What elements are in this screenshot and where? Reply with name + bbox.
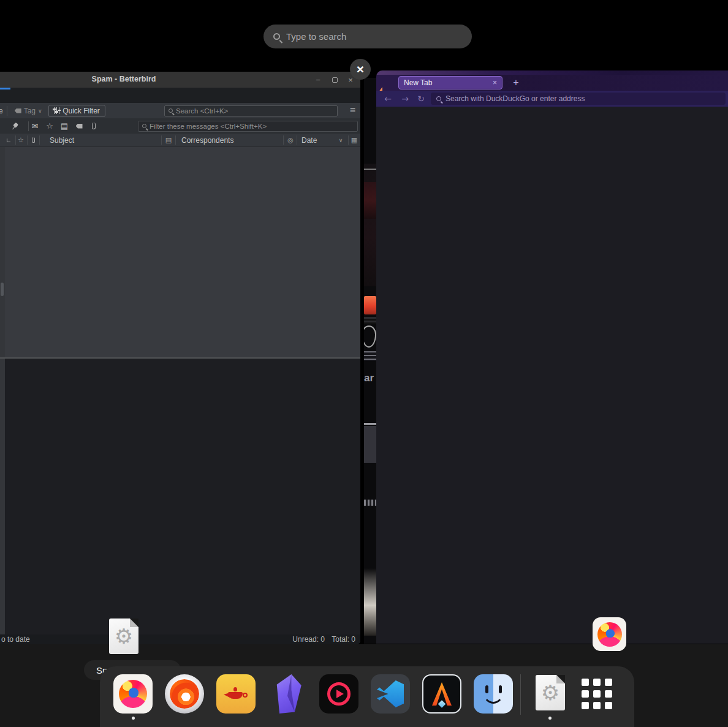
gear-icon: ⚙ (541, 682, 559, 703)
read-column-icon[interactable]: ▤ (164, 134, 173, 147)
vscode-icon (377, 680, 404, 707)
thread-list-pane[interactable] (5, 147, 360, 357)
quick-filter-icon (54, 107, 60, 114)
obsidian-gem-icon (271, 674, 304, 714)
column-picker-icon[interactable]: ▦ (349, 134, 359, 147)
betterbird-toolbar: e Tag ∨ Quick Filter ≡ (0, 103, 360, 118)
message-filter-box[interactable] (138, 121, 358, 132)
status-text: o to date (1, 635, 30, 644)
firefox-tab-bar: New Tab × + (376, 75, 728, 91)
dock-item-finder[interactable] (474, 674, 513, 714)
unread-count: Unread: 0 (292, 635, 325, 644)
total-count: Total: 0 (332, 635, 355, 644)
dock-item-vscode[interactable] (371, 674, 410, 714)
filter-attachment-icon[interactable] (88, 118, 99, 134)
search-icon (142, 124, 146, 128)
phoenix-icon (165, 674, 204, 714)
restore-button[interactable] (329, 74, 340, 85)
tag-dropdown[interactable]: Tag ∨ (15, 107, 42, 115)
filter-unread-icon[interactable]: ✉ (29, 118, 40, 134)
logo-fragment (364, 325, 376, 348)
firefox-icon (597, 622, 622, 647)
minimize-button[interactable]: − (313, 74, 324, 85)
betterbird-window-app-icon[interactable]: ⚙ (109, 619, 138, 654)
search-icon (436, 96, 441, 101)
overview-search-input[interactable] (286, 31, 446, 42)
dock-item-media-player[interactable] (319, 674, 358, 714)
dock-separator (520, 674, 521, 715)
dock-item-firefox[interactable] (113, 674, 153, 714)
message-preview-pane (5, 359, 360, 634)
overview-search[interactable] (264, 25, 472, 48)
active-tab-indicator (0, 88, 10, 89)
firefox-window-app-icon[interactable] (593, 617, 626, 651)
firefox-titlebar-strip (376, 70, 728, 75)
quick-filter-bar: ✉ ☆ ▤ (0, 118, 360, 134)
dock-item-obsidian[interactable] (268, 674, 307, 714)
window-title: Spam - Betterbird (92, 75, 156, 83)
column-subject[interactable]: Subject (50, 136, 74, 145)
dock-item-phoenix-browser[interactable] (165, 674, 204, 714)
firefox-icon (119, 680, 147, 708)
app-menu-icon[interactable]: ≡ (350, 105, 355, 116)
play-button-icon (327, 682, 351, 706)
back-icon[interactable]: ← (381, 91, 395, 107)
global-search-box[interactable] (164, 105, 338, 116)
column-date[interactable]: Date (301, 136, 317, 145)
filter-contact-icon[interactable]: ▤ (59, 118, 70, 134)
url-bar[interactable] (431, 93, 726, 105)
tab-new-tab[interactable]: New Tab × (398, 76, 502, 89)
date-sort-chevron-icon[interactable]: ∨ (336, 134, 346, 147)
filter-starred-icon[interactable]: ☆ (44, 118, 55, 134)
star-column-icon[interactable]: ☆ (16, 134, 26, 147)
status-bar: o to date Unread: 0 Total: 0 (0, 634, 360, 644)
betterbird-window[interactable]: Spam - Betterbird − × e Tag ∨ Quick Filt… (0, 72, 360, 644)
firefox-nav-bar: ← → ↻ (376, 91, 728, 107)
firefox-content-area (376, 107, 728, 644)
finder-face-icon (474, 674, 513, 714)
chevron-down-icon: ∨ (38, 108, 42, 114)
message-filter-input[interactable] (150, 123, 354, 130)
dock-item-alacritty[interactable] (422, 674, 461, 714)
firefox-window[interactable]: New Tab × + ← → ↻ (376, 70, 728, 644)
attachment-column-icon[interactable] (28, 134, 38, 147)
dock-item-gear-executable[interactable]: ⚙ (536, 675, 565, 710)
search-icon (169, 108, 173, 113)
dock-item-lamp-app[interactable] (216, 674, 256, 714)
background-window-sliver: ar (364, 78, 376, 644)
quick-filter-button[interactable]: Quick Filter (48, 105, 105, 117)
reload-icon[interactable]: ↻ (414, 91, 428, 107)
restore-icon (332, 77, 338, 83)
app-grid-icon (582, 679, 612, 709)
junk-column-icon[interactable]: ◎ (286, 134, 295, 147)
column-correspondents[interactable]: Correspondents (181, 136, 233, 145)
lamp-icon (226, 688, 246, 700)
gear-icon: ⚙ (115, 626, 133, 647)
running-indicator-firefox (132, 717, 135, 720)
thread-column-icon[interactable] (4, 134, 13, 147)
forward-icon[interactable]: → (398, 91, 412, 107)
desktop-overview: ar Spam - Betterbird − × e Tag ∨ Qu (0, 0, 728, 727)
filter-tag-icon[interactable] (74, 118, 85, 134)
running-indicator-gear-app (548, 717, 552, 720)
tab-close-icon[interactable]: × (493, 78, 497, 87)
folder-pane-sliver (0, 147, 5, 634)
new-tab-button[interactable]: + (510, 77, 522, 89)
window-close-overlay-button[interactable]: × (350, 59, 371, 80)
search-icon (273, 33, 280, 40)
betterbird-titlebar[interactable]: Spam - Betterbird − × (0, 72, 360, 88)
pin-icon[interactable] (9, 118, 20, 134)
tag-icon (15, 108, 21, 113)
global-search-input[interactable] (176, 107, 333, 115)
dock-item-app-grid[interactable] (582, 679, 621, 718)
text-fragment: ar (364, 372, 376, 386)
clipped-button-text[interactable]: e (0, 107, 3, 115)
thread-list-header: ☆ Subject ▤ Correspondents ◎ Date ∨ ▦ (0, 134, 360, 147)
url-input[interactable] (446, 94, 720, 103)
betterbird-tabstrip[interactable] (0, 88, 360, 103)
pane-splitter-handle[interactable] (1, 283, 4, 296)
